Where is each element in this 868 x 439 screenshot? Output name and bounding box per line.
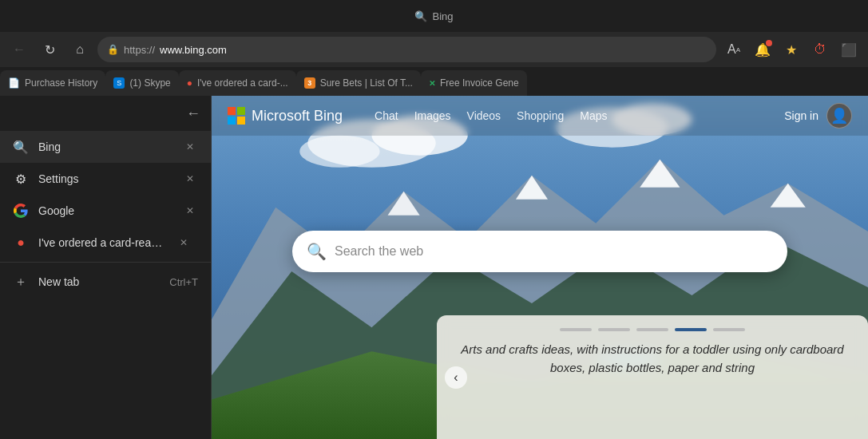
sidebar-card-label: I've ordered a card-reader b... [38,236,166,249]
tab-label-skype: (1) Skype [129,77,170,89]
title-search-text: Bing [432,10,453,22]
tab-icon-sure-bets: 3 [304,77,315,89]
card-order-icon: ● [13,235,29,251]
ms-logo-red [228,107,236,115]
nav-maps[interactable]: Maps [580,106,607,125]
bing-logo-text: Microsoft Bing [252,108,343,125]
card-dots [453,328,852,331]
sidebar-google-label: Google [38,204,172,217]
sidebar-item-settings[interactable]: ⚙ Settings ✕ [0,163,211,195]
favorites-button[interactable]: ★ [779,37,804,62]
search-container: 🔍 Search the web [292,231,787,272]
sidebar-item-card-order[interactable]: ● I've ordered a card-reader b... ✕ [0,227,211,259]
google-icon [13,203,29,219]
tab-bar: 📄 Purchase History S (1) Skype ● I've or… [0,67,868,96]
card-prev-button[interactable]: ‹ [445,366,467,389]
sidebar-settings-label: Settings [38,172,172,185]
tab-icon-card: ● [187,77,192,89]
home-button[interactable]: ⌂ [67,37,93,62]
dot-5 [713,328,745,331]
tab-label-sure-bets: Sure Bets | List Of T... [320,77,413,89]
sidebar-card-close[interactable]: ✕ [176,235,192,251]
tab-icon-skype: S [113,77,125,89]
ms-logo-blue [228,117,236,125]
tab-label-purchase: Purchase History [25,77,97,89]
user-avatar[interactable]: 👤 [826,103,852,129]
extensions-button[interactable]: ⬛ [836,37,862,62]
notifications-button[interactable]: 🔔 [750,37,775,62]
title-bar: 🔍 Bing [0,0,868,32]
sidebar-header: ← [0,96,211,131]
bing-signin: Sign in 👤 [784,103,852,129]
address-protocol: https:// [124,44,155,56]
tab-sure-bets[interactable]: 3 Sure Bets | List Of T... [296,70,421,96]
notification-badge [766,40,772,46]
settings-icon: ⚙ [13,171,29,187]
tab-label-invoice: Free Invoice Gene [440,77,519,89]
tab-icon-invoice: ✕ [429,79,435,88]
tab-label-card: I've ordered a card-... [197,77,288,89]
search-icon-bing: 🔍 [307,242,327,261]
sidebar-settings-close[interactable]: ✕ [182,171,198,187]
title-search-icon: 🔍 [414,10,427,22]
bottom-card: ‹ Arts and crafts ideas, with instructio… [437,315,868,439]
main-content: Microsoft Bing Chat Images Videos Shoppi… [212,96,868,439]
bing-page: Microsoft Bing Chat Images Videos Shoppi… [212,96,868,439]
tab-invoice[interactable]: ✕ Free Invoice Gene [421,70,527,96]
lock-icon: 🔒 [107,44,119,55]
dot-1 [560,328,592,331]
nav-chat[interactable]: Chat [375,106,398,125]
svg-point-3 [299,136,379,168]
tab-card-order[interactable]: ● I've ordered a card-... [179,70,296,96]
new-tab-label: New tab [38,275,79,288]
title-search: 🔍 Bing [414,10,453,22]
sidebar-item-bing[interactable]: 🔍 Bing ✕ [0,131,211,163]
sidebar: ← 🔍 Bing ✕ ⚙ Settings ✕ Google ✕ ● I've … [0,96,212,439]
font-size-button[interactable]: AA [721,37,747,62]
search-bar[interactable]: 🔍 Search the web [292,231,787,272]
sidebar-bing-label: Bing [38,140,172,153]
address-domain: www.bing.com [160,44,227,56]
search-input[interactable]: Search the web [335,244,773,259]
dot-3 [636,328,668,331]
back-button[interactable]: ← [6,37,32,62]
sidebar-google-close[interactable]: ✕ [182,203,198,219]
browser-chrome: 🔍 Bing ← ↻ ⌂ 🔒 https:// www.bing.com AA … [0,0,868,96]
nav-shopping[interactable]: Shopping [517,106,564,125]
sidebar-bing-close[interactable]: ✕ [182,139,198,155]
nav-right-icons: AA 🔔 ★ ⏱ ⬛ [721,37,862,62]
bing-nav: Chat Images Videos Shopping Maps [375,106,607,125]
refresh-button[interactable]: ↻ [37,37,62,62]
microsoft-logo [228,107,245,125]
new-tab-icon: ＋ [13,274,29,290]
bing-logo: Microsoft Bing [228,107,343,125]
sidebar-close-button[interactable]: ← [182,102,204,125]
timer-button[interactable]: ⏱ [807,37,833,62]
dot-4-active [675,328,707,331]
tab-purchase-history[interactable]: 📄 Purchase History [0,70,105,96]
nav-images[interactable]: Images [414,106,451,125]
dot-2 [598,328,630,331]
sidebar-new-tab[interactable]: ＋ New tab Ctrl+T [0,266,211,298]
bing-header: Microsoft Bing Chat Images Videos Shoppi… [212,96,868,136]
sign-in-button[interactable]: Sign in [784,109,818,122]
nav-videos[interactable]: Videos [467,106,501,125]
address-bar[interactable]: 🔒 https:// www.bing.com [97,37,716,62]
card-text: Arts and crafts ideas, with instructions… [453,341,852,377]
ms-logo-yellow [237,117,245,125]
tab-icon-purchase: 📄 [8,77,20,89]
bing-search-icon: 🔍 [13,139,29,155]
nav-bar: ← ↻ ⌂ 🔒 https:// www.bing.com AA 🔔 ★ ⏱ ⬛ [0,32,868,67]
ms-logo-green [237,107,245,115]
sidebar-item-google[interactable]: Google ✕ [0,195,211,227]
sidebar-divider [0,262,211,263]
new-tab-shortcut: Ctrl+T [169,276,198,288]
tab-skype[interactable]: S (1) Skype [105,70,178,96]
